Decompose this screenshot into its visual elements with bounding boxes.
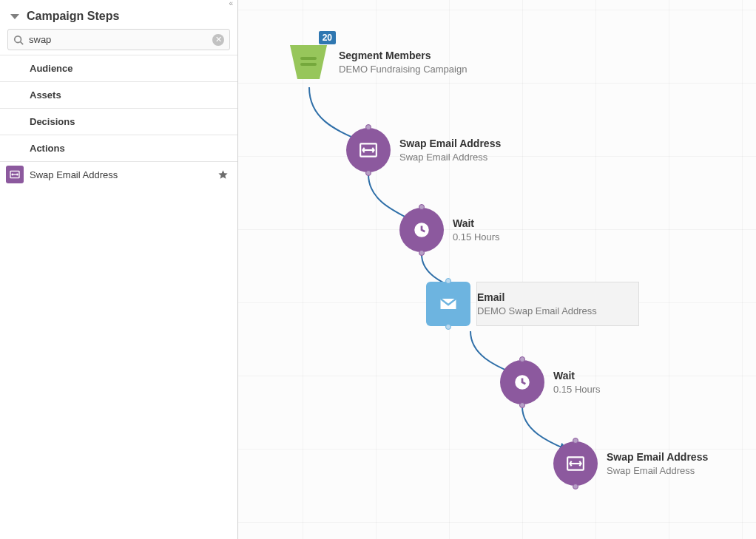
node-email[interactable]: Email DEMO Swap Email Address [448,282,639,326]
category-list: Audience Assets Decisions Actions [0,55,237,162]
clear-search-button[interactable]: ✕ [212,34,224,46]
node-segment-members[interactable]: 20 Segment Members DEMO Fundraising Camp… [287,41,467,84]
node-wait-1[interactable]: Wait 0.15 Hours [399,208,500,252]
sidebar-collapse-toggle[interactable]: « [0,0,237,7]
node-subtitle: DEMO Fundraising Campaign [339,64,467,75]
search-box: ✕ [7,29,230,50]
node-subtitle: DEMO Swap Email Address [477,305,618,317]
search-input[interactable] [7,29,230,50]
node-title: Segment Members [339,50,467,62]
collapse-triangle-icon [10,14,19,19]
node-title: Wait [453,217,500,230]
connection-dot-bottom[interactable] [365,170,371,176]
connection-dot-top[interactable] [573,438,578,444]
connection-dot-bottom[interactable] [519,402,525,408]
app-root: « Campaign Steps ✕ Audience Assets Decis… [0,0,756,539]
connection-dot-top[interactable] [519,356,525,362]
node-subtitle: 0.15 Hours [553,384,601,396]
favorite-star-icon[interactable] [217,169,229,180]
step-swap-email-address[interactable]: Swap Email Address [0,162,237,187]
swap-icon [6,166,24,183]
campaign-steps-sidebar: « Campaign Steps ✕ Audience Assets Decis… [0,0,238,539]
node-wait-2[interactable]: Wait 0.15 Hours [500,360,601,404]
sidebar-heading-label: Campaign Steps [27,10,119,23]
category-audience[interactable]: Audience [0,55,237,82]
connection-dot-top[interactable] [445,278,451,284]
category-decisions[interactable]: Decisions [0,109,237,135]
node-subtitle: Swap Email Address [399,152,501,163]
node-info-panel: Email DEMO Swap Email Address [476,282,639,326]
svg-rect-5 [300,63,317,66]
node-swap-email-2[interactable]: Swap Email Address Swap Email Address [553,441,708,486]
step-label: Swap Email Address [30,169,212,180]
connection-dot-top[interactable] [365,124,371,130]
search-icon [13,35,24,45]
node-subtitle: 0.15 Hours [453,231,500,243]
node-swap-email-1[interactable]: Swap Email Address Swap Email Address [346,128,501,172]
canvas-nodes: 20 Segment Members DEMO Fundraising Camp… [238,0,756,539]
campaign-canvas[interactable]: 20 Segment Members DEMO Fundraising Camp… [238,0,756,539]
svg-rect-4 [300,57,317,60]
segment-count-badge: 20 [319,31,336,44]
category-assets[interactable]: Assets [0,82,237,109]
email-icon [426,282,470,326]
svg-point-0 [15,35,21,42]
svg-line-1 [21,41,24,44]
clock-icon [500,360,544,404]
swap-icon [553,441,598,486]
bucket-icon: 20 [287,41,330,84]
connection-dot-top[interactable] [419,204,425,210]
node-title: Swap Email Address [399,138,501,150]
node-subtitle: Swap Email Address [607,465,708,477]
connection-dot-bottom[interactable] [419,250,425,256]
category-actions[interactable]: Actions [0,135,237,162]
swap-icon [346,128,391,172]
node-title: Email [477,291,618,304]
connection-dot-bottom[interactable] [573,484,578,489]
node-title: Wait [553,370,601,382]
sidebar-heading[interactable]: Campaign Steps [0,7,237,29]
clock-icon [399,208,444,252]
node-title: Swap Email Address [607,451,708,464]
connection-dot-bottom[interactable] [445,324,451,330]
